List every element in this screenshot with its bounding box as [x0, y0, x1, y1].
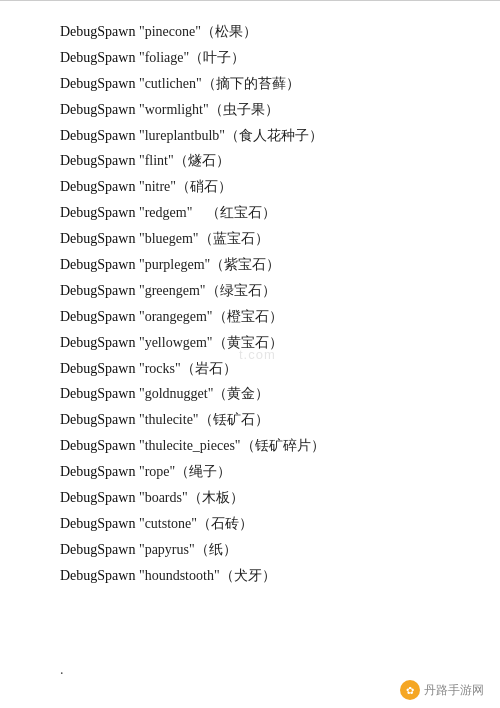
item-translation: （蓝宝石） [199, 231, 269, 246]
list-item: DebugSpawn "wormlight"（虫子果） [60, 97, 440, 123]
item-name: "rocks" [139, 361, 181, 376]
item-name: "cutstone" [139, 516, 197, 531]
list-item: DebugSpawn "goldnugget"（黄金） [60, 381, 440, 407]
list-item: DebugSpawn "foliage"（叶子） [60, 45, 440, 71]
list-item: DebugSpawn "orangegem"（橙宝石） [60, 304, 440, 330]
item-translation: （绿宝石） [206, 283, 276, 298]
site-name: 丹路手游网 [424, 682, 484, 699]
item-translation: （铥矿碎片） [241, 438, 325, 453]
item-translation: （叶子） [189, 50, 245, 65]
list-item: DebugSpawn "cutlichen"（摘下的苔藓） [60, 71, 440, 97]
item-name: "houndstooth" [139, 568, 220, 583]
item-translation: （黄金） [213, 386, 269, 401]
site-icon: ✿ [400, 680, 420, 700]
item-translation: （岩石） [181, 361, 237, 376]
item-name: "flint" [139, 153, 174, 168]
item-translation: （木板） [188, 490, 244, 505]
item-name: "goldnugget" [139, 386, 213, 401]
list-item: DebugSpawn "boards"（木板） [60, 485, 440, 511]
command-keyword: DebugSpawn [60, 361, 139, 376]
command-keyword: DebugSpawn [60, 438, 139, 453]
item-name: "cutlichen" [139, 76, 202, 91]
list-item: DebugSpawn "pinecone"（松果） [60, 19, 440, 45]
command-keyword: DebugSpawn [60, 24, 139, 39]
command-keyword: DebugSpawn [60, 179, 139, 194]
command-keyword: DebugSpawn [60, 309, 139, 324]
command-keyword: DebugSpawn [60, 464, 139, 479]
item-name: "thulecite_pieces" [139, 438, 241, 453]
item-name: "papyrus" [139, 542, 195, 557]
list-item: DebugSpawn "yellowgem"（黄宝石） [60, 330, 440, 356]
item-translation: （松果） [201, 24, 257, 39]
item-translation: （橙宝石） [213, 309, 283, 324]
command-keyword: DebugSpawn [60, 412, 139, 427]
item-name: "thulecite" [139, 412, 199, 427]
list-item: DebugSpawn "rocks"（岩石） [60, 356, 440, 382]
item-name: "lureplantbulb" [139, 128, 225, 143]
list-item: DebugSpawn "houndstooth"（犬牙） [60, 563, 440, 589]
list-item: DebugSpawn "greengem"（绿宝石） [60, 278, 440, 304]
item-translation: （石砖） [197, 516, 253, 531]
item-name: "redgem" [139, 205, 192, 220]
list-item: DebugSpawn "thulecite"（铥矿石） [60, 407, 440, 433]
command-keyword: DebugSpawn [60, 205, 139, 220]
item-name: "bluegem" [139, 231, 199, 246]
item-name: "boards" [139, 490, 188, 505]
item-translation: （铥矿石） [199, 412, 269, 427]
item-translation: （食人花种子） [225, 128, 323, 143]
list-item: DebugSpawn "nitre"（硝石） [60, 174, 440, 200]
footer: ✿ 丹路手游网 [0, 680, 500, 700]
item-translation: （虫子果） [209, 102, 279, 117]
list-item: DebugSpawn "cutstone"（石砖） [60, 511, 440, 537]
item-name: "foliage" [139, 50, 189, 65]
command-keyword: DebugSpawn [60, 516, 139, 531]
list-item: DebugSpawn "flint"（燧石） [60, 148, 440, 174]
command-keyword: DebugSpawn [60, 257, 139, 272]
command-keyword: DebugSpawn [60, 76, 139, 91]
footer-logo: ✿ 丹路手游网 [400, 680, 484, 700]
item-translation: （犬牙） [220, 568, 276, 583]
item-translation: （摘下的苔藓） [202, 76, 300, 91]
command-keyword: DebugSpawn [60, 490, 139, 505]
item-name: "nitre" [139, 179, 176, 194]
item-translation: （纸） [195, 542, 237, 557]
item-name: "yellowgem" [139, 335, 213, 350]
list-item: DebugSpawn "purplegem"（紫宝石） [60, 252, 440, 278]
item-translation: （紫宝石） [210, 257, 280, 272]
command-keyword: DebugSpawn [60, 231, 139, 246]
command-keyword: DebugSpawn [60, 283, 139, 298]
list-item: DebugSpawn "bluegem"（蓝宝石） [60, 226, 440, 252]
command-keyword: DebugSpawn [60, 568, 139, 583]
list-item: DebugSpawn "redgem" （红宝石） [60, 200, 440, 226]
item-name: "purplegem" [139, 257, 210, 272]
command-keyword: DebugSpawn [60, 128, 139, 143]
command-keyword: DebugSpawn [60, 102, 139, 117]
command-keyword: DebugSpawn [60, 335, 139, 350]
item-translation: （硝石） [176, 179, 232, 194]
list-item: DebugSpawn "lureplantbulb"（食人花种子） [60, 123, 440, 149]
item-name: "greengem" [139, 283, 206, 298]
item-translation: （黄宝石） [213, 335, 283, 350]
item-name: "orangegem" [139, 309, 213, 324]
dot-marker: . [60, 662, 64, 678]
list-item: DebugSpawn "thulecite_pieces"（铥矿碎片） [60, 433, 440, 459]
site-icon-symbol: ✿ [406, 685, 414, 696]
top-divider [0, 0, 500, 1]
item-translation: （燧石） [174, 153, 230, 168]
list-item: DebugSpawn "papyrus"（纸） [60, 537, 440, 563]
command-keyword: DebugSpawn [60, 542, 139, 557]
item-translation: （红宝石） [192, 205, 276, 220]
command-keyword: DebugSpawn [60, 50, 139, 65]
item-name: "pinecone" [139, 24, 201, 39]
content-area: DebugSpawn "pinecone"（松果）DebugSpawn "fol… [0, 11, 500, 597]
command-keyword: DebugSpawn [60, 153, 139, 168]
item-translation: （绳子） [175, 464, 231, 479]
list-item: DebugSpawn "rope"（绳子） [60, 459, 440, 485]
item-name: "wormlight" [139, 102, 209, 117]
command-keyword: DebugSpawn [60, 386, 139, 401]
item-name: "rope" [139, 464, 175, 479]
